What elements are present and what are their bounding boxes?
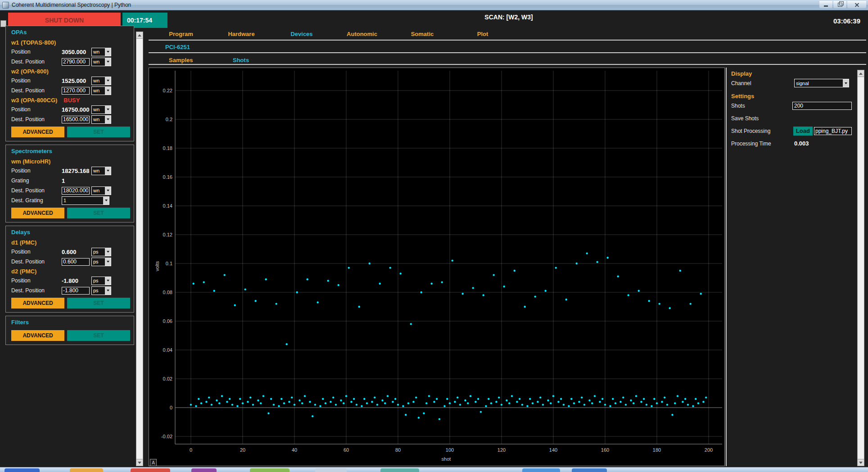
svg-text:0: 0 — [170, 405, 172, 410]
dest-position-input[interactable] — [62, 258, 90, 266]
settings-header: Settings — [731, 91, 852, 101]
combo-value: ps — [92, 288, 105, 293]
arrow-up-icon — [138, 34, 141, 36]
dest-grating-row: Dest. Grating1 — [11, 195, 130, 205]
set-button[interactable]: SET — [67, 298, 130, 309]
dest-position-input[interactable] — [62, 58, 90, 66]
channel-select[interactable]: signal — [794, 79, 849, 87]
svg-text:0: 0 — [190, 447, 192, 453]
tab-devices[interactable]: Devices — [271, 31, 332, 37]
field-label: Dest. Position — [11, 187, 62, 194]
panel-spectrometers: Spectrometerswm (MicroHR)Position18275.1… — [5, 145, 134, 222]
taskbar-app-icon[interactable] — [191, 468, 217, 472]
close-button[interactable] — [847, 1, 866, 8]
svg-text:0.22: 0.22 — [163, 88, 172, 93]
position-readout: 1525.000 — [62, 77, 90, 84]
taskbar-app-icon[interactable] — [572, 468, 607, 472]
chevron-down-icon — [105, 87, 111, 95]
taskbar-app-icon[interactable] — [315, 468, 347, 472]
units-select[interactable]: wn — [91, 77, 111, 85]
advanced-button[interactable]: ADVANCED — [11, 208, 64, 218]
svg-text:0.02: 0.02 — [163, 376, 172, 381]
sidebar-scrollbar[interactable] — [136, 32, 143, 466]
tab-pci-6251[interactable]: PCI-6251 — [165, 44, 190, 50]
units-select[interactable]: wn — [91, 58, 111, 66]
tab-samples[interactable]: Samples — [169, 57, 193, 64]
set-button[interactable]: SET — [67, 330, 130, 341]
minimize-button[interactable] — [819, 1, 832, 8]
scroll-down-button[interactable] — [858, 459, 864, 466]
units-select[interactable]: wn — [91, 48, 111, 56]
combo-value: wn — [92, 59, 105, 64]
units-select[interactable]: wn — [91, 115, 111, 124]
chevron-down-icon — [105, 277, 111, 285]
field-label: Position — [11, 168, 62, 174]
svg-text:0.14: 0.14 — [163, 203, 172, 209]
plot-canvas[interactable]: 020406080100120140160180200-0.0200.020.0… — [149, 68, 725, 466]
advanced-button[interactable]: ADVANCED — [11, 298, 64, 309]
units-select[interactable]: wn — [91, 86, 111, 95]
field-label: Dest. Position — [11, 287, 62, 294]
advanced-button[interactable]: ADVANCED — [11, 127, 64, 137]
chevron-down-icon — [103, 197, 109, 204]
tab-shots[interactable]: Shots — [233, 57, 249, 64]
set-button[interactable]: SET — [67, 127, 130, 137]
dest-position-input[interactable] — [62, 187, 90, 195]
scroll-up-button[interactable] — [136, 32, 143, 39]
restore-button[interactable] — [833, 1, 846, 8]
position-readout: 18275.168 — [62, 168, 90, 174]
window-title: Coherent Multidimensional Spectroscopy |… — [12, 2, 131, 8]
settings-scrollbar[interactable] — [857, 70, 864, 466]
windows-taskbar[interactable] — [0, 467, 868, 472]
tab-program[interactable]: Program — [151, 31, 211, 37]
separator — [149, 64, 866, 65]
load-script-button[interactable]: Load — [793, 127, 813, 136]
taskbar-app-icon[interactable] — [5, 468, 40, 472]
grating-select[interactable]: 1 — [62, 196, 109, 205]
hardware-name: d1 (PMC) — [11, 238, 130, 247]
tab-plot[interactable]: Plot — [452, 31, 513, 37]
set-button[interactable]: SET — [67, 208, 130, 218]
tab-hardware[interactable]: Hardware — [211, 31, 271, 37]
shots-input[interactable] — [792, 102, 852, 110]
svg-text:100: 100 — [446, 447, 454, 453]
position-readout: -1.800 — [62, 277, 90, 284]
combo-value: wn — [92, 188, 105, 193]
clock: 03:06:39 — [833, 17, 860, 25]
taskbar-app-icon[interactable] — [70, 468, 103, 472]
svg-text:shot: shot — [442, 456, 451, 462]
units-select[interactable]: ps — [91, 277, 111, 285]
scroll-down-button[interactable] — [136, 459, 143, 466]
field-label: Grating — [11, 177, 62, 184]
advanced-button[interactable]: ADVANCED — [11, 330, 64, 341]
chevron-down-icon — [105, 58, 111, 66]
shot-processing-label: Shot Processing — [731, 128, 793, 134]
tab-somatic[interactable]: Somatic — [392, 31, 452, 37]
taskbar-app-icon[interactable] — [380, 468, 419, 472]
field-label: Dest. Position — [11, 87, 62, 94]
units-select[interactable]: ps — [91, 286, 111, 295]
scroll-up-button[interactable] — [858, 70, 864, 77]
tab-autonomic[interactable]: Autonomic — [332, 31, 392, 37]
panel-delays: Delaysd1 (PMC)Position0.600psDest. Posit… — [5, 226, 134, 313]
taskbar-app-icon[interactable] — [522, 468, 560, 472]
units-select[interactable]: ps — [91, 258, 111, 266]
shot-processing-file-input[interactable] — [814, 127, 852, 135]
dest-position-input[interactable] — [62, 116, 90, 123]
units-select[interactable]: ps — [91, 248, 111, 256]
arrow-down-icon — [859, 462, 863, 464]
units-select[interactable]: wn — [91, 105, 111, 114]
app-icon — [2, 2, 9, 9]
combo-value: wn — [92, 49, 105, 54]
dest-position-input[interactable] — [62, 87, 90, 95]
channel-value: signal — [795, 81, 843, 86]
autoscale-button[interactable]: A — [150, 459, 157, 466]
taskbar-app-icon[interactable] — [250, 468, 289, 472]
panel-header: Delays — [11, 229, 130, 238]
dest-position-input[interactable] — [62, 287, 90, 295]
units-select[interactable]: wn — [91, 167, 111, 175]
taskbar-app-icon[interactable] — [131, 468, 170, 472]
svg-text:0.18: 0.18 — [163, 145, 172, 151]
panel-filters: FiltersADVANCEDSET — [5, 316, 134, 345]
units-select[interactable]: wn — [91, 186, 111, 195]
